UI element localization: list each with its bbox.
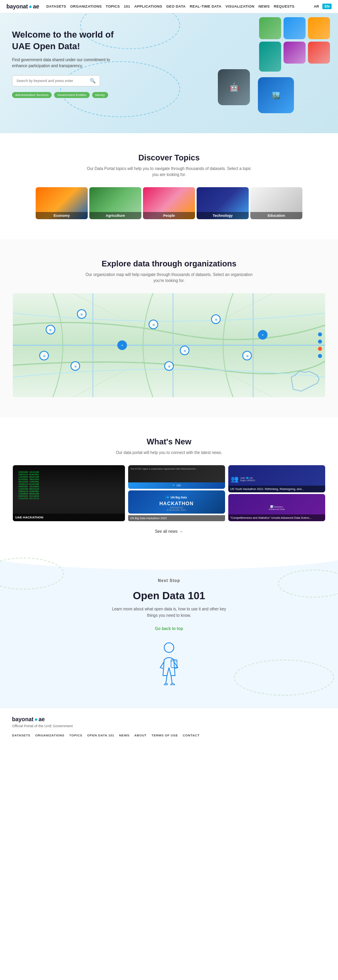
hero-search-box[interactable]: 🔍 — [12, 75, 100, 86]
news-section: What's New Our data portal will help you… — [0, 417, 338, 554]
footer-tagline: Official Portal of the UAE Government — [12, 724, 326, 728]
nav-link-datasets[interactable]: DATASETS — [46, 4, 66, 8]
topic-label-1: Agriculture — [89, 212, 141, 219]
topics-subtitle: Our Data Portal topics will help you to … — [85, 166, 253, 178]
map-pin-3[interactable]: ● — [117, 340, 127, 350]
news-card-hackathon[interactable]: 01001000 1011010010010110 01001001110100… — [13, 465, 125, 521]
topic-label-3: Technology — [197, 212, 249, 219]
map-sidebar — [318, 332, 325, 358]
news-title: What's New — [12, 437, 326, 446]
hero-subtitle: Find government data shared under our co… — [12, 57, 116, 69]
fcsc-text: The FCSC signs a cooperation agreement w… — [128, 465, 225, 482]
lang-ar-button[interactable]: AR — [312, 4, 321, 9]
youth-icon: 👥 — [231, 475, 239, 483]
hero-city-image: 🏙️ — [258, 77, 294, 113]
map-sidebar-dot-1[interactable] — [318, 332, 322, 336]
org-map[interactable]: ◎ ◎ ● ◎ ◎ ◎ ◎ ◎ ◎ ◎ ● — [13, 293, 325, 397]
hero-tags: Administrative ServicesGovernment Entiti… — [12, 92, 116, 98]
nav-link-topics[interactable]: TOPICS — [106, 4, 120, 8]
nav-link-applications[interactable]: APPLICATIONS — [134, 4, 162, 8]
map-pin-11[interactable]: ● — [258, 330, 268, 340]
svg-line-7 — [171, 676, 172, 684]
nav-link-geo-data[interactable]: GEO DATA — [166, 4, 186, 8]
hero-tag-0[interactable]: Administrative Services — [12, 92, 52, 98]
hero-image-6 — [308, 42, 330, 64]
nav-link-organizations[interactable]: ORGANIZATIONS — [70, 4, 102, 8]
nav-link-101[interactable]: 101 — [124, 4, 130, 8]
logo-suffix: ae — [33, 3, 39, 10]
org-title: Explore data through organizations — [12, 259, 326, 268]
fcsc-bg: 🇺🇳 UN — [128, 482, 225, 489]
news-card-competitiveness[interactable]: 📊 StatisticsAdvanced Data "Competitivene… — [228, 494, 325, 521]
hero-title: Welcome to the world of UAE Open Data! — [12, 29, 116, 52]
person-svg — [153, 640, 185, 688]
nav-link-real-time-data[interactable]: REAL-TIME DATA — [190, 4, 221, 8]
search-icon[interactable]: 🔍 — [90, 78, 96, 84]
hero-image-3 — [308, 17, 330, 39]
lang-en-button[interactable]: EN — [322, 4, 332, 9]
news-card-fcsc[interactable]: The FCSC signs a cooperation agreement w… — [128, 465, 225, 489]
map-pin-7[interactable]: ◎ — [242, 351, 252, 360]
news-card-youth[interactable]: 👥 UAE 🇺🇳 UNRight UNSDG UN Youth Hackatho… — [228, 465, 325, 492]
map-pin-10[interactable]: ◎ — [164, 361, 174, 371]
hero-image-5 — [284, 42, 306, 64]
see-all-news-link[interactable]: See all news → — [12, 529, 326, 534]
see-all-label: See all news — [155, 529, 178, 534]
footer-link-terms-of-use[interactable]: TERMS OF USE — [151, 734, 178, 737]
topic-card-4[interactable]: Education — [250, 187, 302, 219]
footer-link-open-data-101[interactable]: OPEN DATA 101 — [87, 734, 115, 737]
footer-link-datasets[interactable]: DATASETS — [12, 734, 30, 737]
wave-decoration — [0, 554, 338, 570]
data101-subtitle: Learn more about what open data is, how … — [109, 606, 229, 619]
news-right-col: 👥 UAE 🇺🇳 UNRight UNSDG UN Youth Hackatho… — [228, 465, 325, 521]
map-sidebar-dot-4[interactable] — [318, 354, 322, 358]
map-pin-5[interactable]: ◎ — [180, 346, 189, 355]
nav-link-visualization[interactable]: VISUALIZATION — [225, 4, 254, 8]
footer-logo: bayonat ● ae — [12, 716, 326, 722]
organizations-section: Explore data through organizations Our o… — [0, 239, 338, 417]
next-stop-label: Next Stop — [109, 578, 229, 584]
topic-label-4: Education — [250, 212, 302, 219]
footer-link-contact[interactable]: CONTACT — [183, 734, 199, 737]
map-pin-9[interactable]: ◎ — [39, 351, 49, 360]
search-input[interactable] — [16, 79, 90, 83]
footer-link-about[interactable]: ABOUT — [134, 734, 147, 737]
news-card-bigdata[interactable]: 🇺🇳 UN Big Data HACKATHON INDONESIA 8 Nov… — [128, 490, 225, 514]
nav-link-requests[interactable]: REQUESTS — [274, 4, 294, 8]
topic-card-2[interactable]: People — [143, 187, 195, 219]
map-sidebar-dot-3[interactable] — [318, 347, 322, 351]
youth-label: UN Youth Hackathon 2021: Rethinking, Red… — [228, 486, 325, 492]
topic-card-0[interactable]: Economy — [36, 187, 88, 219]
topic-label-2: People — [143, 212, 195, 219]
svg-line-6 — [166, 676, 167, 684]
hackathon-label: UAE HACKATHON — [13, 514, 125, 521]
go-back-link[interactable]: Go back to top — [155, 626, 183, 631]
nav-link-news[interactable]: NEWS — [258, 4, 270, 8]
org-subtitle: Our organization map will help navigate … — [85, 272, 253, 284]
data101-content: Next Stop Open Data 101 Learn more about… — [12, 578, 326, 632]
footer-link-organizations[interactable]: ORGANIZATIONS — [35, 734, 64, 737]
nav-logo[interactable]: bayonat ● ae — [6, 3, 39, 10]
topic-card-1[interactable]: Agriculture — [89, 187, 141, 219]
hero-tag-1[interactable]: Government Entities — [54, 92, 89, 98]
footer-logo-suffix: ae — [38, 716, 45, 722]
competitiveness-text: 📊 StatisticsAdvanced Data — [266, 503, 287, 513]
map-pin-4[interactable]: ◎ — [149, 320, 158, 329]
map-pin-6[interactable]: ◎ — [211, 314, 221, 324]
hero-image-2 — [284, 17, 306, 39]
topics-section: Discover Topics Our Data Portal topics w… — [0, 133, 338, 239]
deco-green-3 — [234, 660, 334, 696]
map-sidebar-dot-2[interactable] — [318, 340, 322, 344]
map-pin-2[interactable]: ◎ — [77, 309, 87, 319]
fcsc-label: 🇺🇳 UN — [131, 484, 223, 487]
footer-link-topics[interactable]: TOPICS — [69, 734, 82, 737]
svg-point-4 — [164, 643, 174, 652]
hero-section: Welcome to the world of UAE Open Data! F… — [0, 13, 338, 133]
navbar: bayonat ● ae DATASETSORGANIZATIONSTOPICS… — [0, 0, 338, 13]
map-pin-1[interactable]: ◎ — [46, 325, 55, 334]
map-pin-8[interactable]: ◎ — [70, 361, 80, 371]
footer-link-news[interactable]: NEWS — [119, 734, 129, 737]
uae-outline-map — [289, 369, 321, 393]
hero-tag-2[interactable]: Money — [92, 92, 108, 98]
topic-card-3[interactable]: Technology — [197, 187, 249, 219]
